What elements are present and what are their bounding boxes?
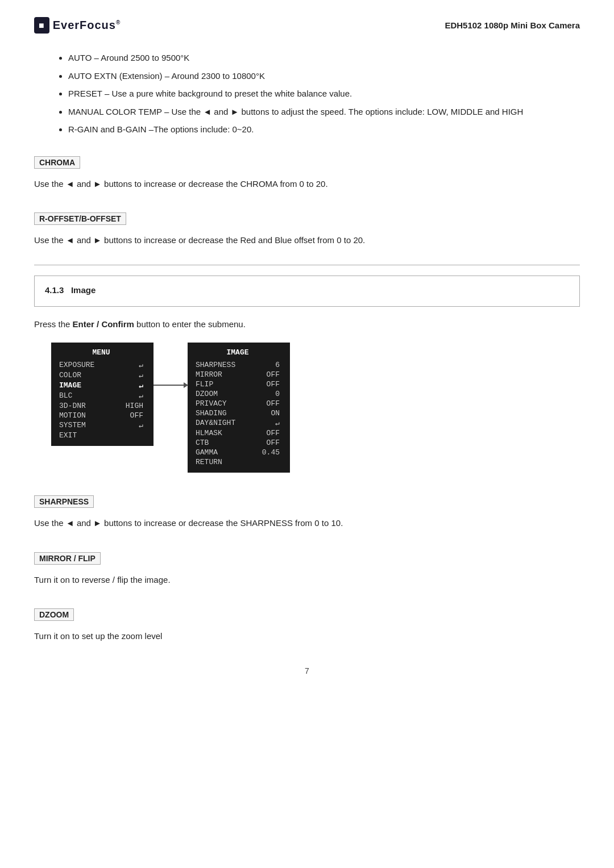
image-menu-title: IMAGE <box>196 348 280 357</box>
roffset-section: R-OFFSET/B-OFFSET Use the ◄ and ► button… <box>34 207 580 248</box>
bullet-list: AUTO – Around 2500 to 9500°K AUTO EXTN (… <box>68 51 580 137</box>
list-item: R-GAIN and B-GAIN –The options include: … <box>68 122 580 137</box>
list-item: AUTO – Around 2500 to 9500°K <box>68 51 580 65</box>
menu-row-exit: EXIT <box>59 431 143 440</box>
menu-row: SYSTEM↵ <box>59 420 143 431</box>
chroma-section: CHROMA Use the ◄ and ► buttons to increa… <box>34 151 580 191</box>
enter-confirm-bold: Enter / Confirm <box>73 319 134 329</box>
mirror-flip-label: MIRROR / FLIP <box>34 552 101 565</box>
section-413-box: 4.1.3 Image <box>34 276 580 307</box>
list-item: MANUAL COLOR TEMP – Use the ◄ and ► butt… <box>68 105 580 119</box>
logo-icon: ■ <box>39 20 45 30</box>
header-title: EDH5102 1080p Mini Box Camera <box>445 20 580 30</box>
menu-row-image: IMAGE↵ <box>59 381 143 391</box>
image-box: IMAGE SHARPNESS6 MIRROROFF FLIPOFF DZOOM… <box>188 343 290 473</box>
roffset-text: Use the ◄ and ► buttons to increase or d… <box>34 233 580 248</box>
sharpness-label: SHARPNESS <box>34 495 94 508</box>
logo-text: EverFocus® <box>53 19 121 32</box>
img-row: SHADINGON <box>196 408 280 418</box>
menu-title: MENU <box>59 348 143 357</box>
sharpness-text: Use the ◄ and ► buttons to increase or d… <box>34 516 580 531</box>
img-row: MIRROROFF <box>196 370 280 379</box>
sharpness-section: SHARPNESS Use the ◄ and ► buttons to inc… <box>34 490 580 531</box>
img-row: DAY&NIGHT↵ <box>196 418 280 428</box>
mirror-flip-section: MIRROR / FLIP Turn it on to reverse / fl… <box>34 546 580 587</box>
img-row: SHARPNESS6 <box>196 360 280 370</box>
img-row: HLMASKOFF <box>196 428 280 438</box>
menu-row: COLOR↵ <box>59 370 143 381</box>
menu-row: 3D-DNRHIGH <box>59 401 143 411</box>
menu-diagram: MENU EXPOSURE↵ COLOR↵ IMAGE↵ BLC↵ 3D-DNR… <box>51 343 580 473</box>
menu-box: MENU EXPOSURE↵ COLOR↵ IMAGE↵ BLC↵ 3D-DNR… <box>51 343 154 446</box>
menu-row: BLC↵ <box>59 391 143 401</box>
menu-row: EXPOSURE↵ <box>59 360 143 370</box>
list-item: PRESET – Use a pure white background to … <box>68 86 580 101</box>
img-row: CTBOFF <box>196 438 280 448</box>
chroma-text: Use the ◄ and ► buttons to increase or d… <box>34 177 580 191</box>
img-row: PRIVACYOFF <box>196 399 280 408</box>
section-413-intro: Press the Enter / Confirm button to ente… <box>34 317 580 332</box>
section-413-title: 4.1.3 Image <box>45 285 569 295</box>
mirror-flip-text: Turn it on to reverse / flip the image. <box>34 573 580 587</box>
logo: ■ EverFocus® <box>34 17 121 34</box>
menu-row: MOTIONOFF <box>59 411 143 420</box>
dzoom-label: DZOOM <box>34 608 74 621</box>
list-item: AUTO EXTN (Extension) – Around 2300 to 1… <box>68 69 580 84</box>
dzoom-text: Turn it on to set up the zoom level <box>34 629 580 644</box>
chroma-label: CHROMA <box>34 156 80 169</box>
arrow-connector <box>154 385 188 386</box>
divider <box>34 265 580 265</box>
logo-box: ■ <box>34 17 49 34</box>
img-row: DZOOM0 <box>196 389 280 399</box>
img-row: FLIPOFF <box>196 379 280 389</box>
dzoom-section: DZOOM Turn it on to set up the zoom leve… <box>34 603 580 644</box>
img-row: GAMMA0.45 <box>196 448 280 457</box>
page: ■ EverFocus® EDH5102 1080p Mini Box Came… <box>0 0 614 868</box>
arrow-line <box>154 385 188 386</box>
page-number: 7 <box>34 666 580 675</box>
header: ■ EverFocus® EDH5102 1080p Mini Box Came… <box>34 17 580 34</box>
roffset-label: R-OFFSET/B-OFFSET <box>34 212 126 225</box>
img-row-return: RETURN <box>196 457 280 467</box>
